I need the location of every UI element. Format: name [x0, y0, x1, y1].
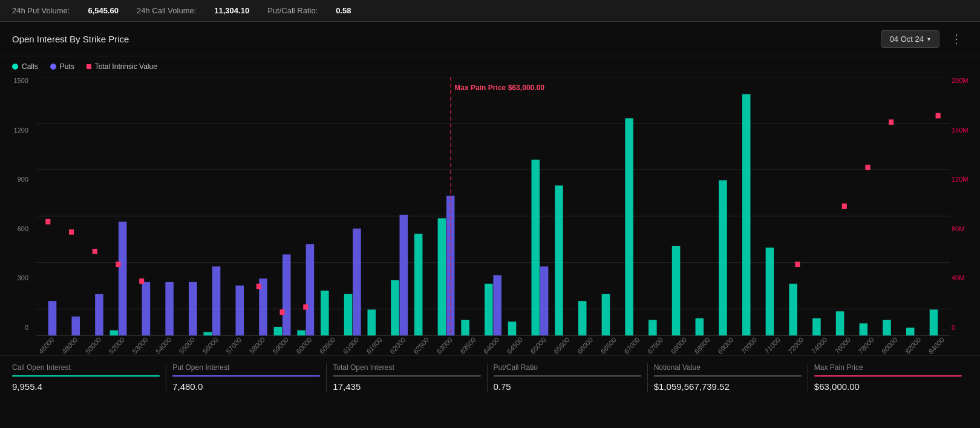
svg-rect-13 — [95, 294, 103, 335]
svg-rect-105 — [936, 113, 941, 119]
svg-text:68500: 68500 — [693, 336, 711, 355]
stat-call-oi-value: 9,955.4 — [12, 381, 160, 392]
y-right-0: 0 — [952, 324, 955, 331]
svg-text:78000: 78000 — [857, 336, 875, 355]
stat-total-oi: Total Open Interest 17,435 — [327, 363, 487, 392]
put-volume-label: 24h Put Volume: — [12, 6, 70, 15]
stat-max-pain: Max Pain Price $63,000.00 — [808, 363, 968, 392]
y-left-900: 900 — [18, 176, 28, 183]
svg-rect-46 — [353, 229, 361, 336]
svg-text:62500: 62500 — [412, 336, 430, 355]
call-volume-value: 11,304.10 — [214, 6, 249, 15]
svg-text:63500: 63500 — [459, 336, 477, 355]
y-left-1200: 1200 — [14, 127, 28, 134]
y-left-300: 300 — [18, 274, 28, 281]
bottom-stats: Call Open Interest 9,955.4 Put Open Inte… — [0, 355, 980, 399]
svg-rect-10 — [71, 317, 80, 335]
ratio-label: Put/Call Ratio: — [267, 6, 318, 15]
svg-rect-104 — [930, 309, 938, 335]
legend-puts: Puts — [50, 62, 74, 71]
svg-rect-84 — [742, 94, 751, 335]
svg-rect-63 — [508, 321, 517, 335]
y-right-200m: 200M — [952, 77, 969, 84]
stat-notional-line — [654, 375, 802, 377]
stat-max-pain-value: $63,000.00 — [814, 381, 962, 392]
stat-pc-ratio-line — [494, 375, 641, 377]
svg-text:71000: 71000 — [763, 336, 782, 355]
date-selector[interactable]: 04 Oct 24 ▾ — [881, 30, 939, 48]
svg-rect-58 — [461, 320, 469, 336]
y-right-80m: 80M — [952, 225, 964, 232]
ratio-value: 0.58 — [336, 6, 351, 15]
stat-notional-label: Notional Value — [654, 363, 802, 372]
svg-text:61500: 61500 — [365, 336, 384, 355]
svg-text:76000: 76000 — [834, 336, 852, 355]
svg-rect-61 — [493, 275, 501, 335]
svg-rect-65 — [531, 160, 540, 335]
svg-rect-66 — [540, 266, 549, 335]
svg-text:54000: 54000 — [154, 336, 172, 355]
svg-text:61000: 61000 — [342, 336, 360, 355]
svg-text:65500: 65500 — [553, 336, 571, 355]
svg-rect-35 — [274, 327, 283, 335]
calls-label: Calls — [22, 62, 38, 71]
svg-rect-88 — [789, 284, 797, 335]
y-right-120m: 120M — [952, 176, 969, 183]
y-axis-left: 1500 1200 900 600 300 0 — [0, 77, 33, 331]
header-controls: 04 Oct 24 ▾ ⋮ — [881, 29, 968, 48]
svg-rect-80 — [696, 318, 704, 335]
svg-rect-25 — [189, 282, 197, 335]
svg-text:69000: 69000 — [717, 336, 735, 355]
svg-text:53000: 53000 — [131, 336, 149, 355]
svg-text:64000: 64000 — [482, 336, 500, 355]
svg-rect-72 — [602, 294, 610, 335]
svg-rect-53 — [414, 234, 423, 335]
svg-text:58000: 58000 — [248, 336, 266, 355]
svg-text:57000: 57000 — [224, 336, 243, 355]
svg-rect-100 — [889, 119, 893, 125]
svg-text:62000: 62000 — [388, 336, 407, 355]
put-volume-value: 6,545.60 — [88, 6, 119, 15]
svg-text:66000: 66000 — [576, 336, 594, 355]
svg-rect-41 — [303, 305, 308, 310]
svg-rect-27 — [203, 332, 212, 335]
stat-pc-ratio: Put/Call Ratio 0.75 — [488, 363, 648, 392]
legend-calls: Calls — [12, 62, 38, 71]
svg-rect-7 — [48, 301, 57, 335]
svg-text:60500: 60500 — [318, 336, 336, 355]
svg-rect-37 — [280, 309, 285, 315]
svg-text:70000: 70000 — [740, 336, 758, 355]
svg-rect-14 — [93, 249, 97, 254]
svg-rect-68 — [555, 185, 563, 335]
svg-rect-93 — [836, 311, 844, 335]
chevron-down-icon: ▾ — [927, 36, 930, 42]
stat-max-pain-label: Max Pain Price — [814, 363, 962, 372]
svg-text:48000: 48000 — [60, 336, 79, 355]
svg-rect-74 — [625, 118, 633, 335]
top-bar: 24h Put Volume: 6,545.60 24h Call Volume… — [0, 0, 980, 22]
y-left-1500: 1500 — [14, 77, 28, 84]
svg-text:55000: 55000 — [178, 336, 196, 355]
call-volume-label: 24h Call Volume: — [137, 6, 196, 15]
svg-rect-55 — [438, 219, 446, 336]
chart-header: Open Interest By Strike Price 04 Oct 24 … — [0, 22, 980, 56]
svg-text:64500: 64500 — [506, 336, 524, 355]
stat-call-oi-label: Call Open Interest — [12, 363, 160, 372]
svg-text:82000: 82000 — [904, 336, 922, 355]
svg-text:46000: 46000 — [38, 336, 56, 355]
svg-rect-45 — [344, 294, 353, 335]
stat-call-oi: Call Open Interest 9,955.4 — [12, 363, 166, 392]
calls-dot — [12, 64, 18, 70]
svg-text:60000: 60000 — [295, 336, 313, 355]
chart-area: 1500 1200 900 600 300 0 200M 160M 120M 8… — [0, 77, 980, 355]
svg-text:50000: 50000 — [84, 336, 102, 355]
chart-svg: 4600048000500005200053000540005500056000… — [36, 77, 950, 355]
svg-rect-78 — [672, 246, 681, 335]
svg-rect-60 — [485, 284, 493, 335]
svg-rect-70 — [578, 301, 587, 335]
date-value: 04 Oct 24 — [890, 35, 924, 44]
svg-rect-36 — [283, 254, 291, 335]
more-options-button[interactable]: ⋮ — [946, 29, 968, 48]
svg-text:56000: 56000 — [201, 336, 220, 355]
stat-call-oi-line — [12, 375, 160, 377]
